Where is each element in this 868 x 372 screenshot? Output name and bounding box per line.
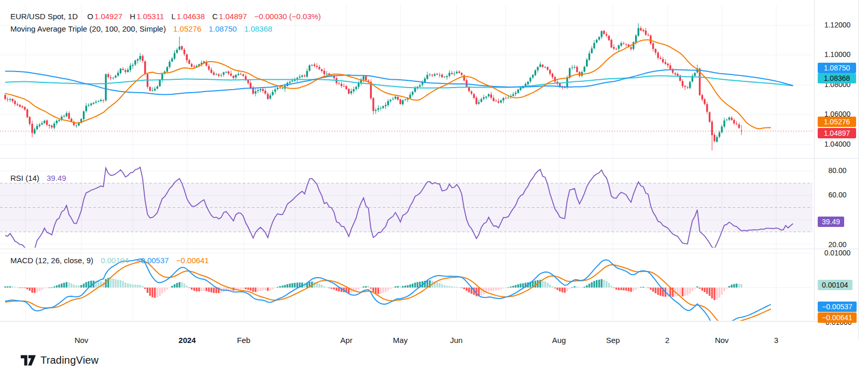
time-axis-label: Aug xyxy=(541,336,577,345)
time-axis-label: May xyxy=(382,336,418,345)
price-axis-tick: 1.10000 xyxy=(815,50,860,59)
time-axis-label: Nov xyxy=(704,336,740,345)
axis-value-badge: −0.00537 xyxy=(818,302,857,312)
axis-value-badge: 1.05276 xyxy=(818,117,856,127)
change-value: −0.00030 (−0.03%) xyxy=(254,12,320,21)
chart-canvas[interactable] xyxy=(0,0,868,372)
time-axis-label: 2 xyxy=(649,336,685,345)
ohlc-open-value: 1.04927 xyxy=(94,12,122,21)
ohlc-low-letter: L xyxy=(171,12,175,21)
rsi-label: RSI (14) xyxy=(10,174,39,182)
macd-line-value: −0.00537 xyxy=(136,256,169,265)
tradingview-logo[interactable]: TradingView xyxy=(21,354,99,366)
time-axis-label: Apr xyxy=(328,336,365,345)
ma-label: Moving Average Triple (20, 100, 200, Sim… xyxy=(10,24,166,33)
ohlc-open-letter: O xyxy=(87,12,93,21)
price-scale[interactable] xyxy=(814,0,868,321)
symbol-title: EUR/USD Spot, 1D xyxy=(10,12,78,21)
symbol-legend[interactable]: EUR/USD Spot, 1D O1.04927 H1.05311 L1.04… xyxy=(10,12,321,21)
rsi-value: 39.49 xyxy=(47,174,66,182)
ma20-value: 1.05276 xyxy=(173,24,201,33)
price-axis-tick: 1.04000 xyxy=(815,140,860,148)
ma200-line xyxy=(5,76,793,88)
ma100-value: 1.08750 xyxy=(208,24,236,33)
axis-value-badge: 39.49 xyxy=(818,217,844,227)
main-pane xyxy=(0,23,813,151)
axis-value-badge: −0.00641 xyxy=(818,312,857,323)
price-axis-tick: 80.00 xyxy=(815,166,860,175)
ma200-value: 1.08368 xyxy=(244,24,272,33)
ohlc-high-value: 1.05311 xyxy=(136,12,164,21)
axis-value-badge: 1.08368 xyxy=(818,73,856,83)
ohlc-high-letter: H xyxy=(130,12,135,21)
axis-value-badge: 1.04897 xyxy=(818,128,856,138)
tradingview-logo-icon xyxy=(21,355,36,366)
axis-value-badge: 1.08750 xyxy=(818,63,856,73)
price-axis-tick: 1.12000 xyxy=(815,21,860,29)
time-axis-label: 2024 xyxy=(169,336,205,345)
price-axis-tick: 0.01000 xyxy=(815,249,860,257)
tradingview-chart-window: EUR/USD Spot, 1D O1.04927 H1.05311 L1.04… xyxy=(0,0,868,372)
time-axis-label: Jun xyxy=(438,336,474,345)
price-axis-tick: 20.00 xyxy=(815,240,860,249)
macd-label: MACD (12, 26, close, 9) xyxy=(10,256,93,265)
price-axis-tick: 60.00 xyxy=(815,191,860,199)
ohlc-close-letter: C xyxy=(212,12,218,21)
ohlc-low-value: 1.04638 xyxy=(177,12,205,21)
rsi-legend[interactable]: RSI (14) 39.49 xyxy=(10,174,66,182)
macd-legend[interactable]: MACD (12, 26, close, 9) 0.00104 −0.00537… xyxy=(10,256,209,265)
macd-hist-value: 0.00104 xyxy=(101,256,129,265)
time-axis-label: Sep xyxy=(595,336,631,345)
macd-signal-value: −0.00641 xyxy=(176,256,209,265)
time-axis-label: Feb xyxy=(226,336,262,345)
ma20-line xyxy=(5,40,771,129)
time-axis-label: 3 xyxy=(758,336,794,345)
time-axis-label: Nov xyxy=(63,336,100,345)
ohlc-close-value: 1.04897 xyxy=(219,12,247,21)
axis-value-badge: 0.00104 xyxy=(818,280,852,290)
rsi-pane xyxy=(0,167,813,259)
ma-legend[interactable]: Moving Average Triple (20, 100, 200, Sim… xyxy=(10,24,272,33)
tradingview-logo-text: TradingView xyxy=(40,354,99,366)
